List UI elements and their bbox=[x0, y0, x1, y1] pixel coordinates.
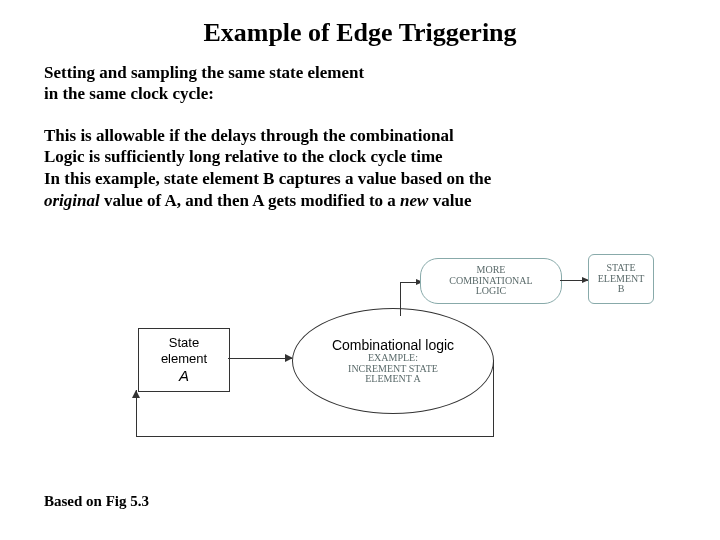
arrow-a-to-comb bbox=[228, 358, 292, 359]
combinational-logic-oval: Combinational logic EXAMPLE: INCREMENT S… bbox=[292, 308, 494, 414]
body-line-4d: value bbox=[428, 191, 471, 210]
emph-new: new bbox=[400, 191, 428, 210]
arrow-cloud1-to-cloud2 bbox=[560, 280, 588, 281]
emph-original: original bbox=[44, 191, 100, 210]
feedback-wire-v1 bbox=[493, 360, 494, 437]
comb-hand-3: ELEMENT A bbox=[365, 374, 421, 385]
intro-line-2: in the same clock cycle: bbox=[44, 83, 720, 104]
state-element-a-box: State element A bbox=[138, 328, 230, 392]
feedback-wire-h bbox=[136, 436, 494, 437]
cloud1-l3: LOGIC bbox=[449, 286, 532, 297]
page-title: Example of Edge Triggering bbox=[0, 18, 720, 48]
intro-text: Setting and sampling the same state elem… bbox=[44, 62, 720, 105]
body-line-1: This is allowable if the delays through … bbox=[44, 125, 684, 147]
state-label-2: element bbox=[161, 351, 207, 367]
more-comb-logic-cloud: MORE COMBINATIONAL LOGIC bbox=[420, 258, 562, 304]
branch-up-v bbox=[400, 282, 401, 316]
comb-label: Combinational logic bbox=[332, 337, 454, 353]
figure-reference: Based on Fig 5.3 bbox=[44, 493, 149, 510]
state-letter-a: A bbox=[179, 367, 189, 385]
diagram: State element A Combinational logic EXAM… bbox=[110, 262, 670, 462]
branch-up-h bbox=[400, 282, 422, 283]
intro-line-1: Setting and sampling the same state elem… bbox=[44, 62, 720, 83]
state-label-1: State bbox=[169, 335, 199, 351]
state-element-b-cloud: STATE ELEMENT B bbox=[588, 254, 654, 304]
cloud2-l3: B bbox=[598, 284, 645, 295]
feedback-arrowhead bbox=[132, 390, 140, 398]
body-text: This is allowable if the delays through … bbox=[44, 125, 684, 212]
body-line-4: original value of A, and then A gets mod… bbox=[44, 190, 684, 212]
body-line-2: Logic is sufficiently long relative to t… bbox=[44, 146, 684, 168]
body-line-3: In this example, state element B capture… bbox=[44, 168, 684, 190]
body-line-4b: value of A, and then A gets modified to … bbox=[100, 191, 400, 210]
